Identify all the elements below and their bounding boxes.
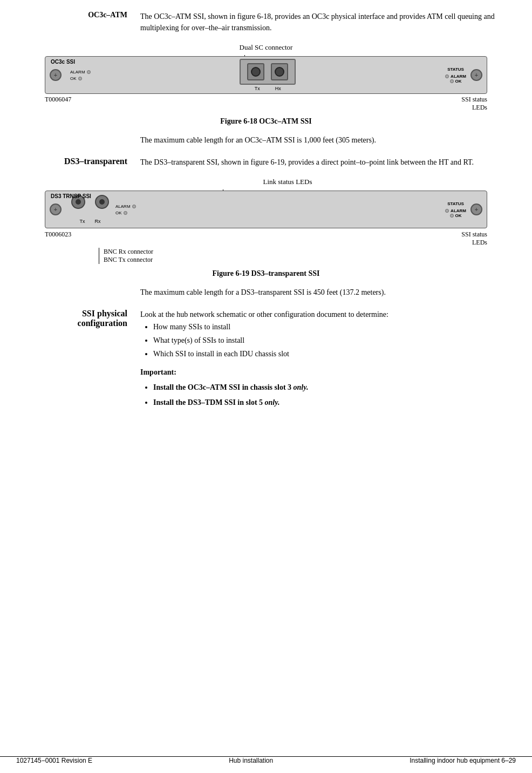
bnc-tx-inner [76, 199, 81, 205]
footer-right: Installing indoor hub equipment 6–29 [410, 757, 516, 764]
ds3-status-alarm-label: ALARM [451, 208, 466, 213]
alarm-label-left: ALARM [70, 70, 85, 74]
ds3-content2: The maximum cable length for a DS3–trans… [140, 287, 500, 298]
oc3c-content2: The maximum cable length for an OC3c–ATM… [140, 134, 500, 146]
ds3-figure-caption: Figure 6-19 DS3–transparent SSI [212, 269, 319, 278]
sc-connector-rx [271, 63, 288, 80]
ds3-status-label: STATUS [447, 201, 464, 206]
ds3-status-ok-label: OK [455, 213, 462, 218]
ok-led-row: OK [70, 76, 91, 81]
page: OC3c–ATM The OC3c–ATM SSI, shown in figu… [0, 0, 532, 773]
important-bullet-1: Install the OC3c–ATM SSI in chassis slot… [153, 380, 500, 395]
footer-center: Hub installation [229, 757, 273, 764]
oc3c-label: OC3c–ATM [32, 11, 140, 33]
ds3-ok-led-row: OK [115, 211, 136, 215]
oc3c-ssi-card: OC3c SSI ALARM OK [45, 56, 487, 94]
ds3-figure-id: T0006023 [45, 230, 71, 247]
ds3-card-label: DS3 TRNSP SSI [51, 193, 91, 199]
oc3c-ssi-status-leds: SSI status LEDs [461, 96, 487, 112]
oc3c-figure-id: T0006047 [45, 96, 71, 112]
bnc-rx-connector [95, 195, 109, 209]
ok-led [78, 77, 82, 80]
ds3-bnc-area: Tx Rx [71, 195, 109, 224]
ds3-ok-label: OK [115, 211, 122, 215]
ssi-physical-label: SSI physical configuration [32, 309, 140, 410]
ds3-below-notes: T0006023 SSI status LEDs BNC Rx connecto… [45, 230, 487, 264]
ds3-alarm-led [132, 205, 136, 208]
ds3-tx-label: Tx [80, 219, 85, 224]
ds3-note-row1: T0006023 SSI status LEDs [45, 230, 487, 247]
status-ok-label: OK [455, 79, 462, 84]
oc3c-figure-caption: Figure 6-18 OC3c–ATM SSI [220, 117, 311, 126]
oc3c-content2-spacer [32, 134, 140, 146]
oc3c-right-screw [470, 69, 482, 81]
ds3-label: DS3–transparent [32, 157, 140, 168]
ds3-ssi-card: DS3 TRNSP SSI Tx Rx [45, 191, 487, 228]
bnc-rx-label: BNC Rx connector [104, 248, 487, 256]
oc3c-text: The OC3c–ATM SSI, shown in figure 6-18, … [140, 12, 495, 32]
ds3-left-screw [50, 204, 62, 215]
ds3-alarm-label: ALARM [115, 204, 131, 209]
ds3-content1: The DS3–transparent SSI, shown in figure… [140, 157, 500, 168]
status-alarm-led [445, 74, 449, 78]
ssi-bullet-2: What type(s) of SSIs to install [153, 334, 500, 347]
ds3-content2-row: The maximum cable length for a DS3–trans… [32, 287, 500, 298]
oc3c-status-label: STATUS [447, 67, 464, 72]
ssi-bullet-3: Which SSI to install in each IDU chassis… [153, 347, 500, 361]
oc3c-content: The OC3c–ATM SSI, shown in figure 6-18, … [140, 11, 500, 33]
oc3c-alarm-ok-left: ALARM OK [70, 70, 91, 81]
ds3-right-screw [470, 204, 482, 215]
tx-label-oc3c: Tx [255, 86, 260, 91]
sc-connector-tx [247, 63, 264, 80]
sc-connectors-area: Tx Hx [91, 59, 446, 91]
ds3-status-alarm-led [445, 209, 449, 213]
ds3-alarm-led-row: ALARM [115, 204, 136, 209]
status-ok-row: OK [450, 79, 462, 84]
ds3-alarm-ok-leds: ALARM OK [115, 204, 136, 215]
sc-inner-tx [251, 67, 261, 77]
ds3-annotation-area: Link status LEDs [45, 178, 487, 188]
alarm-led [87, 70, 91, 74]
ds3-ok-led [124, 211, 127, 215]
oc3c-content2-row: The maximum cable length for an OC3c–ATM… [32, 134, 500, 146]
oc3c-left-screw [50, 69, 62, 81]
ds3-content2-spacer [32, 287, 140, 298]
link-status-annotation: Link status LEDs [45, 178, 487, 186]
ssi-physical-section: SSI physical configuration Look at the h… [32, 309, 500, 410]
footer-left: 1027145−0001 Revision E [16, 757, 92, 764]
status-alarm-label: ALARM [451, 74, 466, 79]
status-ok-led [450, 79, 454, 83]
ds3-status-right: STATUS ALARM OK [445, 201, 466, 218]
ds3-status-alarm-row: ALARM [445, 208, 466, 213]
ssi-physical-text: Look at the hub network schematic or oth… [140, 310, 388, 318]
alarm-led-row: ALARM [70, 70, 91, 74]
sc-inner-rx [275, 67, 284, 77]
ssi-bullets: How many SSIs to install What type(s) of… [140, 320, 500, 361]
ds3-tx-rx-labels: Tx Rx [80, 219, 101, 224]
important-bullet-2: Install the DS3–TDM SSI in slot 5 only. [153, 395, 500, 410]
ds3-status-ok-led [450, 214, 454, 218]
oc3c-status-right: STATUS ALARM OK [445, 67, 466, 84]
sc-connectors [240, 59, 296, 85]
dual-sc-annotation: Dual SC connector [45, 43, 487, 52]
important-bullets: Install the OC3c–ATM SSI in chassis slot… [140, 380, 500, 410]
ssi-physical-content: Look at the hub network schematic or oth… [140, 309, 500, 410]
ds3-figure-area: Link status LEDs DS3 TRNSP SSI [32, 178, 500, 281]
bnc-tx-label: BNC Tx connector [104, 256, 487, 264]
status-alarm-row: ALARM [445, 74, 466, 79]
oc3c-card-label: OC3c SSI [51, 59, 75, 65]
page-footer: 1027145−0001 Revision E Hub installation… [0, 756, 532, 764]
oc3c-section: OC3c–ATM The OC3c–ATM SSI, shown in figu… [32, 11, 500, 33]
ssi-bullet-1: How many SSIs to install [153, 320, 500, 334]
ds3-ssi-status-leds: SSI status LEDs [461, 230, 487, 247]
ok-label-left: OK [70, 76, 77, 81]
oc3c-diagram-notes: T0006047 SSI status LEDs [45, 96, 487, 112]
important-label: Important: [140, 367, 500, 378]
ds3-section: DS3–transparent The DS3–transparent SSI,… [32, 157, 500, 168]
ds3-rx-label: Rx [95, 219, 101, 224]
ds3-status-ok-row: OK [450, 213, 462, 218]
bnc-rx-inner [99, 199, 105, 205]
bnc-annotations: BNC Rx connector BNC Tx connector [99, 248, 487, 264]
oc3c-figure-area: Dual SC connector OC3c SSI ALARM OK [32, 43, 500, 129]
rx-label-oc3c: Hx [275, 86, 281, 91]
